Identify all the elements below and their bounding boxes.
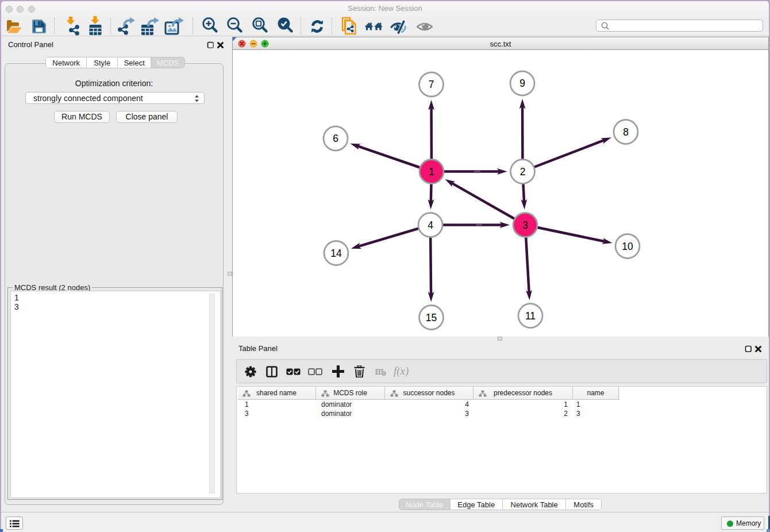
- svg-text:10: 10: [622, 241, 633, 252]
- svg-text:1: 1: [429, 166, 434, 178]
- svg-text:2: 2: [520, 166, 526, 178]
- svg-text:6: 6: [333, 133, 338, 144]
- svg-text:3: 3: [522, 219, 528, 231]
- svg-text:9: 9: [519, 78, 525, 89]
- svg-text:15: 15: [426, 312, 437, 323]
- svg-text:4: 4: [428, 219, 433, 231]
- svg-text:f(x): f(x): [394, 365, 409, 377]
- svg-text:8: 8: [623, 126, 629, 138]
- svg-text:11: 11: [525, 310, 536, 322]
- svg-text:7: 7: [429, 79, 434, 90]
- svg-text:14: 14: [330, 248, 342, 259]
